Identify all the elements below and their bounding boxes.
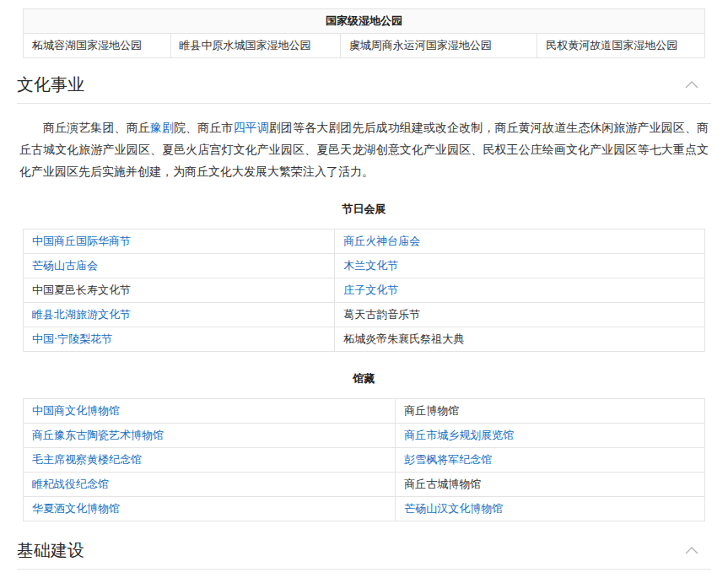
article-page: 国家级湿地公园 柘城容湖国家湿地公园 睢县中原水城国家湿地公园 虞城周商永运河国… <box>0 0 728 578</box>
infrastructure-section-header: 基础建设 <box>17 539 711 570</box>
inline-link[interactable]: 豫剧 <box>150 121 174 134</box>
museum-cell-link[interactable]: 华夏酒文化博物馆 <box>24 497 396 521</box>
culture-paragraph: 商丘演艺集团、商丘豫剧院、商丘市四平调剧团等各大剧团先后成功组建或改企改制，商丘… <box>19 116 709 182</box>
table-row: 睢县北湖旅游文化节 葛天古韵音乐节 <box>24 303 705 327</box>
museum-cell: 商丘博物馆 <box>396 399 705 424</box>
paragraph-text: 商丘演艺集团、商丘 <box>43 121 150 134</box>
museum-cell-link[interactable]: 毛主席视察黄楼纪念馆 <box>24 448 396 473</box>
wetland-cell: 民权黄河故道国家湿地公园 <box>537 34 705 58</box>
festival-cell: 柘城炎帝朱襄氏祭祖大典 <box>335 327 705 352</box>
festival-cell-link[interactable]: 睢县北湖旅游文化节 <box>24 303 335 327</box>
section-title-culture: 文化事业 <box>17 73 84 95</box>
wetland-cell: 睢县中原水城国家湿地公园 <box>170 34 340 58</box>
collapse-section-button[interactable] <box>682 543 701 557</box>
festival-cell-link[interactable]: 中国·宁陵梨花节 <box>24 327 335 352</box>
festival-cell: 葛天古韵音乐节 <box>335 303 705 327</box>
section-title-infrastructure: 基础建设 <box>17 539 84 561</box>
museum-cell-link[interactable]: 商丘豫东古陶瓷艺术博物馆 <box>24 424 396 448</box>
table-row: 商丘豫东古陶瓷艺术博物馆 商丘市城乡规划展览馆 <box>24 424 705 448</box>
wetland-cell: 柘城容湖国家湿地公园 <box>24 34 171 58</box>
paragraph-text: 院、商丘市 <box>174 121 233 134</box>
table-row: 中国商丘国际华商节 商丘火神台庙会 <box>24 230 705 254</box>
inline-link[interactable]: 四平调 <box>233 121 268 134</box>
festival-cell-link[interactable]: 中国商丘国际华商节 <box>24 230 335 254</box>
museum-cell-link[interactable]: 中国商文化博物馆 <box>24 399 396 424</box>
culture-section-header: 文化事业 <box>17 73 711 104</box>
table-row: 中国商文化博物馆 商丘博物馆 <box>24 399 705 424</box>
festival-cell-link[interactable]: 木兰文化节 <box>335 254 705 278</box>
festival-cell-link[interactable]: 芒砀山古庙会 <box>24 254 335 278</box>
table-row: 毛主席视察黄楼纪念馆 彭雪枫将军纪念馆 <box>24 448 705 473</box>
museum-table: 中国商文化博物馆 商丘博物馆 商丘豫东古陶瓷艺术博物馆 商丘市城乡规划展览馆 毛… <box>23 398 705 521</box>
table-row: 华夏酒文化博物馆 芒砀山汉文化博物馆 <box>24 497 705 521</box>
wetland-parks-table: 国家级湿地公园 柘城容湖国家湿地公园 睢县中原水城国家湿地公园 虞城周商永运河国… <box>23 8 705 58</box>
chevron-up-icon <box>685 81 698 89</box>
wetland-table-title: 国家级湿地公园 <box>24 9 705 34</box>
table-row: 中国夏邑长寿文化节 庄子文化节 <box>24 278 705 303</box>
table-header-row: 国家级湿地公园 <box>24 9 705 34</box>
museum-cell-link[interactable]: 商丘市城乡规划展览馆 <box>396 424 705 448</box>
museum-cell-link[interactable]: 芒砀山汉文化博物馆 <box>396 497 705 521</box>
festival-cell-link[interactable]: 商丘火神台庙会 <box>335 230 705 254</box>
collapse-section-button[interactable] <box>682 78 701 91</box>
festival-table-title: 节日会展 <box>17 202 711 217</box>
table-row: 睢杞战役纪念馆 商丘古城博物馆 <box>24 473 705 497</box>
wetland-cell: 虞城周商永运河国家湿地公园 <box>340 34 537 58</box>
museum-cell: 商丘古城博物馆 <box>396 473 705 497</box>
chevron-up-icon <box>685 547 698 554</box>
museum-table-title: 馆藏 <box>17 371 711 386</box>
museum-cell-link[interactable]: 彭雪枫将军纪念馆 <box>396 448 705 473</box>
festival-cell-link[interactable]: 庄子文化节 <box>335 278 705 303</box>
festival-cell: 中国夏邑长寿文化节 <box>24 278 335 303</box>
table-row: 柘城容湖国家湿地公园 睢县中原水城国家湿地公园 虞城周商永运河国家湿地公园 民权… <box>24 34 705 58</box>
table-row: 中国·宁陵梨花节 柘城炎帝朱襄氏祭祖大典 <box>24 327 705 352</box>
museum-cell-link[interactable]: 睢杞战役纪念馆 <box>24 473 396 497</box>
festival-table: 中国商丘国际华商节 商丘火神台庙会 芒砀山古庙会 木兰文化节 中国夏邑长寿文化节… <box>23 229 705 352</box>
table-row: 芒砀山古庙会 木兰文化节 <box>24 254 705 278</box>
